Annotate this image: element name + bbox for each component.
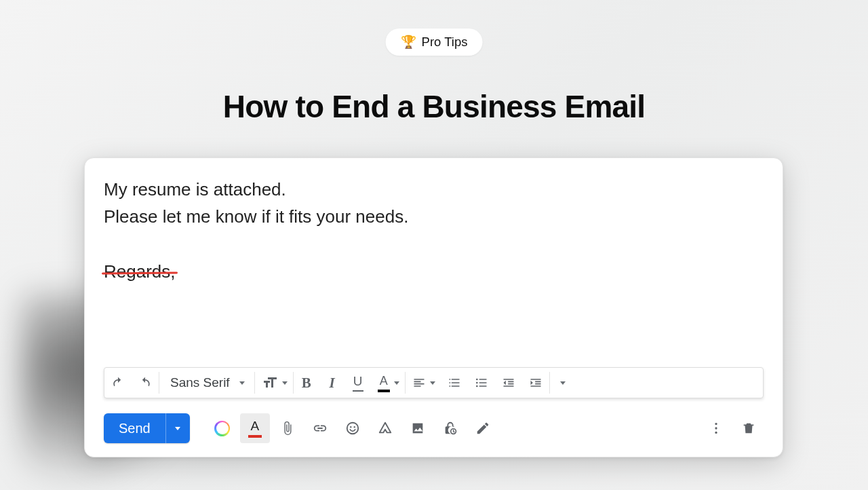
- indent-increase-icon: [529, 376, 542, 390]
- svg-point-1: [476, 382, 478, 384]
- drive-icon: [378, 421, 393, 436]
- page-title: How to End a Business Email: [0, 88, 868, 125]
- indent-decrease-button[interactable]: [495, 368, 522, 398]
- redo-button[interactable]: [132, 368, 159, 398]
- compose-window: My resume is attached. Please let me kno…: [84, 157, 783, 457]
- pen-icon: [475, 421, 490, 436]
- chevron-down-icon: [239, 381, 245, 385]
- insert-photo-button[interactable]: [403, 413, 433, 443]
- more-formatting-button[interactable]: [550, 368, 576, 398]
- insert-link-button[interactable]: [305, 413, 335, 443]
- insert-emoji-button[interactable]: [338, 413, 368, 443]
- text-color-icon: A: [378, 374, 390, 392]
- svg-point-0: [476, 379, 478, 381]
- align-left-icon: [412, 376, 426, 390]
- chevron-down-icon: [560, 381, 566, 385]
- numbered-list-icon: [448, 376, 461, 390]
- send-button[interactable]: Send: [104, 413, 165, 443]
- link-icon: [313, 421, 328, 436]
- send-options-button[interactable]: [165, 413, 190, 443]
- indent-increase-button[interactable]: [522, 368, 549, 398]
- bold-button[interactable]: B: [294, 368, 319, 398]
- numbered-list-button[interactable]: [441, 368, 468, 398]
- redo-icon: [138, 376, 152, 390]
- bulleted-list-icon: [475, 376, 488, 390]
- underline-icon: U: [353, 374, 363, 392]
- image-icon: [410, 421, 425, 436]
- confidential-mode-button[interactable]: [435, 413, 465, 443]
- body-line: Please let me know if it fits your needs…: [104, 203, 764, 230]
- lock-clock-icon: [443, 421, 458, 436]
- indent-decrease-icon: [502, 376, 515, 390]
- paperclip-icon: [280, 421, 295, 436]
- email-body[interactable]: My resume is attached. Please let me kno…: [104, 176, 764, 285]
- italic-button[interactable]: I: [319, 368, 345, 398]
- italic-icon: I: [330, 375, 335, 392]
- bold-icon: B: [302, 375, 311, 392]
- insert-drive-button[interactable]: [370, 413, 400, 443]
- action-bar: Send A: [104, 412, 764, 445]
- chevron-down-icon: [394, 381, 399, 385]
- svg-point-7: [715, 423, 717, 425]
- trash-icon: [741, 421, 756, 436]
- writing-suggestions-button[interactable]: [208, 413, 237, 443]
- pro-tips-badge: 🏆 Pro Tips: [386, 29, 483, 56]
- align-select[interactable]: [406, 368, 441, 398]
- svg-point-5: [353, 426, 355, 428]
- sparkle-ring-icon: [214, 421, 230, 436]
- svg-point-9: [715, 432, 717, 434]
- font-family-label: Sans Serif: [170, 375, 230, 390]
- underline-button[interactable]: U: [345, 368, 371, 398]
- more-vertical-icon: [709, 421, 724, 436]
- svg-point-3: [347, 423, 358, 434]
- chevron-down-icon: [175, 427, 180, 430]
- attach-file-button[interactable]: [273, 413, 302, 443]
- body-struck-line: Regards,: [104, 258, 176, 285]
- text-color-a-icon: A: [248, 419, 262, 438]
- formatting-toolbar: Sans Serif B I U A: [104, 367, 764, 398]
- badge-label: Pro Tips: [422, 35, 468, 50]
- chevron-down-icon: [430, 381, 435, 385]
- undo-icon: [111, 376, 125, 390]
- font-size-icon: [262, 375, 278, 391]
- svg-point-2: [476, 385, 478, 388]
- chevron-down-icon: [282, 381, 288, 385]
- font-family-select[interactable]: Sans Serif: [159, 368, 254, 398]
- more-options-button[interactable]: [701, 413, 731, 443]
- svg-point-4: [350, 426, 351, 428]
- emoji-icon: [345, 421, 360, 436]
- send-split-button: Send: [104, 413, 190, 443]
- svg-point-8: [715, 427, 717, 429]
- text-color-select[interactable]: A: [371, 368, 405, 398]
- undo-button[interactable]: [104, 368, 132, 398]
- trophy-icon: 🏆: [401, 35, 416, 50]
- bulleted-list-button[interactable]: [468, 368, 495, 398]
- body-line: My resume is attached.: [104, 176, 764, 203]
- formatting-options-button[interactable]: A: [240, 413, 270, 443]
- font-size-select[interactable]: [255, 368, 293, 398]
- insert-signature-button[interactable]: [468, 413, 498, 443]
- discard-draft-button[interactable]: [734, 413, 764, 443]
